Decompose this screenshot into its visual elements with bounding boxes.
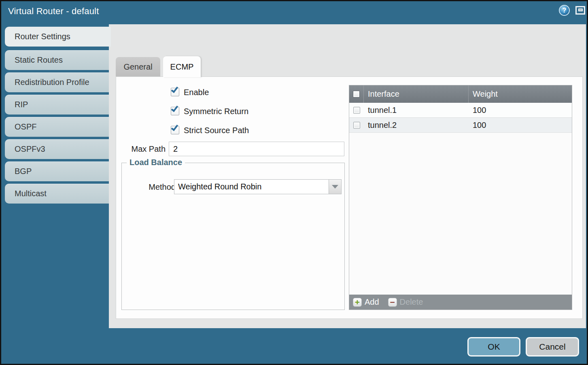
sidebar-item-rip[interactable]: RIP xyxy=(5,95,109,115)
symmetric-return-checkbox[interactable] xyxy=(171,107,179,115)
tab-label: General xyxy=(123,62,152,72)
sidebar-item-label: OSPF xyxy=(15,122,36,132)
row-checkbox-cell xyxy=(349,107,364,114)
sidebar-item-redistribution-profile[interactable]: Redistribution Profile xyxy=(5,72,109,92)
minus-icon: − xyxy=(388,298,397,307)
chevron-down-icon xyxy=(332,185,338,189)
symmetric-return-label: Symmetric Return xyxy=(184,107,248,116)
interface-cell: tunnel.2 xyxy=(364,121,469,130)
interface-cell: tunnel.1 xyxy=(364,106,469,115)
load-balance-fieldset: Load Balance Method Weighted Round Robin xyxy=(121,163,345,310)
dialog-title: Virtual Router - default xyxy=(8,6,99,17)
restore-inner-rect xyxy=(578,8,583,11)
max-path-input[interactable] xyxy=(169,142,344,156)
row-checkbox-cell xyxy=(349,122,364,129)
delete-button[interactable]: − Delete xyxy=(388,297,423,307)
sidebar-item-label: OSPFv3 xyxy=(15,144,45,154)
sidebar-item-router-settings[interactable]: Router Settings xyxy=(5,27,111,47)
load-balance-legend: Load Balance xyxy=(127,158,185,167)
method-dropdown[interactable]: Weighted Round Robin xyxy=(174,179,342,194)
row-checkbox[interactable] xyxy=(353,107,360,114)
ok-button[interactable]: OK xyxy=(467,337,520,357)
weight-cell: 100 xyxy=(469,121,572,130)
method-selected-value: Weighted Round Robin xyxy=(178,182,261,191)
strict-source-path-checkbox[interactable] xyxy=(171,126,179,134)
strict-source-path-label: Strict Source Path xyxy=(184,126,249,135)
row-checkbox[interactable] xyxy=(353,122,360,129)
table-row[interactable]: tunnel.2 100 xyxy=(349,118,572,133)
table-row[interactable]: tunnel.1 100 xyxy=(349,103,572,118)
cancel-button[interactable]: Cancel xyxy=(526,337,579,357)
weight-column-header: Weight xyxy=(469,85,572,103)
enable-label: Enable xyxy=(184,88,209,97)
table-header: Interface Weight xyxy=(349,85,572,103)
add-button[interactable]: + Add xyxy=(353,297,379,307)
help-icon[interactable]: ? xyxy=(559,5,570,16)
delete-button-label: Delete xyxy=(400,297,423,307)
interface-table: Interface Weight tunnel.1 100 tunnel.2 1… xyxy=(349,85,572,310)
sidebar-item-label: Static Routes xyxy=(15,55,63,65)
add-button-label: Add xyxy=(365,297,379,307)
sidebar-item-static-routes[interactable]: Static Routes xyxy=(5,50,109,70)
table-toolbar: + Add − Delete xyxy=(349,295,572,310)
checkmark-icon xyxy=(171,85,178,93)
sidebar-item-label: BGP xyxy=(15,167,32,176)
tab-general[interactable]: General xyxy=(116,57,160,76)
ecmp-panel: Enable Symmetric Return Strict Source Pa… xyxy=(116,76,583,319)
sidebar-item-label: Router Settings xyxy=(15,32,70,41)
plus-icon: + xyxy=(353,298,362,307)
checkmark-icon xyxy=(171,123,178,131)
weight-cell: 100 xyxy=(469,106,572,115)
sidebar-item-label: Multicast xyxy=(15,189,47,198)
sidebar-item-bgp[interactable]: BGP xyxy=(5,161,109,181)
tab-label: ECMP xyxy=(170,62,194,72)
enable-checkbox[interactable] xyxy=(171,88,179,96)
method-label: Method xyxy=(135,182,176,192)
sidebar-item-label: RIP xyxy=(15,100,28,109)
checkmark-icon xyxy=(171,104,178,112)
sidebar-item-ospf[interactable]: OSPF xyxy=(5,117,109,137)
window-restore-icon[interactable] xyxy=(575,6,585,15)
select-all-checkbox[interactable] xyxy=(353,91,360,98)
ok-button-label: OK xyxy=(488,342,500,352)
cancel-button-label: Cancel xyxy=(539,342,565,352)
sidebar-item-multicast[interactable]: Multicast xyxy=(5,184,109,204)
virtual-router-dialog: Virtual Router - default ? Router Settin… xyxy=(0,0,588,365)
sidebar-item-ospfv3[interactable]: OSPFv3 xyxy=(5,139,109,159)
max-path-label: Max Path xyxy=(124,144,166,154)
header-checkbox-cell xyxy=(349,85,364,103)
dropdown-button[interactable] xyxy=(329,180,341,194)
sidebar-item-label: Redistribution Profile xyxy=(15,78,89,87)
interface-column-header: Interface xyxy=(364,85,469,103)
tab-ecmp[interactable]: ECMP xyxy=(163,56,201,77)
